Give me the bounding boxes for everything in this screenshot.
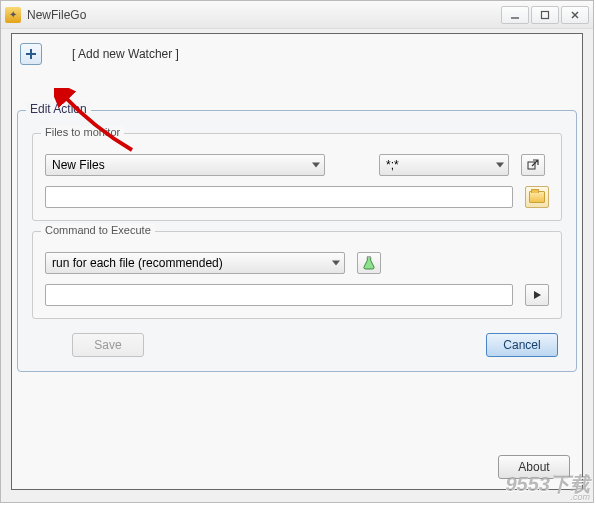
close-button[interactable] (561, 6, 589, 24)
top-row: [ Add new Watcher ] (12, 34, 582, 74)
edit-action-dialog: Edit Action Files to monitor New Files *… (17, 110, 577, 372)
file-type-value: New Files (52, 158, 105, 172)
dialog-button-row: Save Cancel (18, 329, 576, 357)
client-area: [ Add new Watcher ] Edit Action Files to… (11, 33, 583, 490)
about-button[interactable]: About (498, 455, 570, 479)
svg-rect-1 (542, 11, 549, 18)
open-external-button[interactable] (521, 154, 545, 176)
run-mode-value: run for each file (recommended) (52, 256, 223, 270)
browse-folder-button[interactable] (525, 186, 549, 208)
command-fieldset: Command to Execute run for each file (re… (32, 231, 562, 319)
run-command-button[interactable] (525, 284, 549, 306)
cancel-button[interactable]: Cancel (486, 333, 558, 357)
run-mode-select[interactable]: run for each file (recommended) (45, 252, 345, 274)
files-legend: Files to monitor (41, 126, 124, 138)
test-command-button[interactable] (357, 252, 381, 274)
command-input[interactable] (45, 284, 513, 306)
chevron-down-icon (332, 261, 340, 266)
svg-rect-7 (367, 257, 370, 258)
save-button: Save (72, 333, 144, 357)
monitor-path-input[interactable] (45, 186, 513, 208)
chevron-down-icon (312, 163, 320, 168)
svg-rect-6 (528, 162, 535, 169)
chevron-down-icon (496, 163, 504, 168)
titlebar: ✦ NewFileGo (1, 1, 593, 29)
file-pattern-select[interactable]: *;* (379, 154, 509, 176)
window-buttons (501, 6, 589, 24)
app-icon: ✦ (5, 7, 21, 23)
window-title: NewFileGo (27, 8, 501, 22)
add-watcher-button[interactable] (20, 43, 42, 65)
files-fieldset: Files to monitor New Files *;* (32, 133, 562, 221)
flask-icon (363, 256, 375, 270)
minimize-button[interactable] (501, 6, 529, 24)
add-watcher-label: [ Add new Watcher ] (72, 47, 179, 61)
folder-icon (529, 191, 545, 203)
maximize-button[interactable] (531, 6, 559, 24)
main-window: ✦ NewFileGo [ Add new Watcher ] (0, 0, 594, 503)
dialog-title: Edit Action (26, 102, 91, 116)
play-icon (532, 290, 542, 300)
command-legend: Command to Execute (41, 224, 155, 236)
file-pattern-value: *;* (386, 158, 399, 172)
file-type-select[interactable]: New Files (45, 154, 325, 176)
